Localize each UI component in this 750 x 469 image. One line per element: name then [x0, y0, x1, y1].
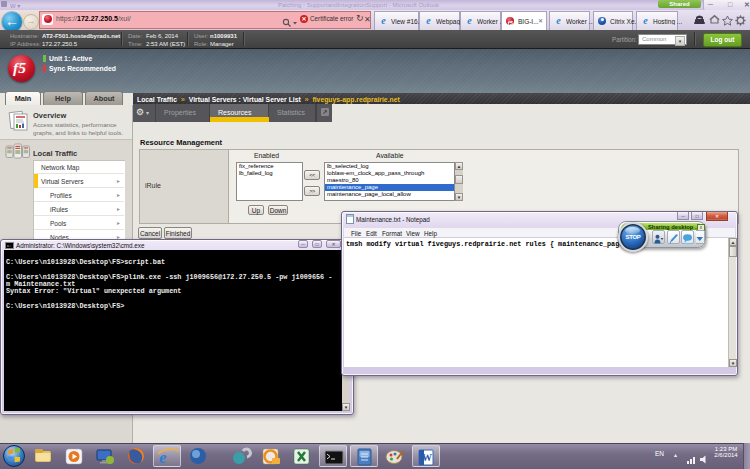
svg-text:W: W	[422, 452, 432, 463]
